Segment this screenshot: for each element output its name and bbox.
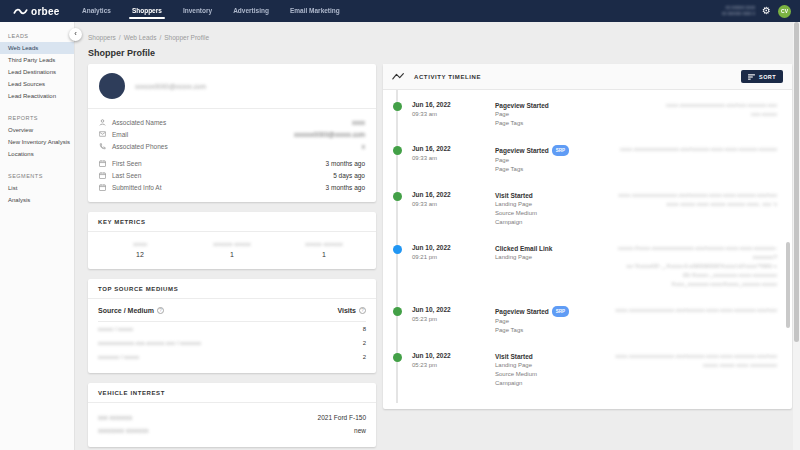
sidebar-item-web-leads[interactable]: Web Leads xyxy=(0,42,74,54)
source-medium-row: xxxxx / xxxxx 8 xyxy=(98,322,366,336)
nav-tab-email-marketing[interactable]: Email Marketing xyxy=(290,0,340,22)
sidebar-item-analysis[interactable]: Analysis xyxy=(0,194,74,206)
event-field: Source Medium xyxy=(495,209,607,218)
event-time: 09:33 am xyxy=(412,201,495,207)
nav-tab-shoppers[interactable]: Shoppers xyxy=(132,0,162,22)
event-detail-text: xxxx.xxxxxxxxxxxxxxx.xxx/xxxxxx-xxxx-xxx… xyxy=(607,306,792,335)
event-field: Campaign xyxy=(495,218,607,227)
event-detail-text: xxxx.xxxxxxxxxxxxxxx.xxx/xxx-xxxxxx-xxx … xyxy=(607,101,792,128)
source-medium-value: xxxxxxx / xxxxx xyxy=(98,354,139,360)
sidebar-item-list[interactable]: List xyxy=(0,182,74,194)
column-header-visits: Visits xyxy=(337,307,356,314)
page-scrollbar[interactable] xyxy=(793,22,800,450)
event-field: Landing Page xyxy=(495,361,607,370)
calendar-icon xyxy=(99,172,107,179)
sidebar-item-lead-sources[interactable]: Lead Sources xyxy=(0,78,74,90)
timeline-list: Jun 16, 2022 09:33 am Pageview Started P… xyxy=(383,90,792,409)
event-field: Source Medium xyxy=(495,370,607,379)
timeline-entry: Jun 10, 2022 09:21 pm Clicked Email Link… xyxy=(383,244,792,289)
event-field: Page Tags xyxy=(495,165,607,174)
row-label: Last Seen xyxy=(112,172,141,179)
sidebar-item-third-party-leads[interactable]: Third Party Leads xyxy=(0,54,74,66)
profile-column: xxxxxx0000@xxxxx.com Associated Names xx… xyxy=(88,64,376,450)
event-dot-blue xyxy=(393,245,402,254)
sort-button[interactable]: SORT xyxy=(741,70,783,83)
source-medium-value: xxxxx / xxxxx xyxy=(98,326,133,332)
srp-badge: SRP xyxy=(552,145,569,156)
event-detail-text: xxxxx://xxxx.xxxxxxxxxxxxxx.xxx/xxxxxx-x… xyxy=(607,244,792,289)
top-vehicle-value: 2021 Ford F-150 xyxy=(318,414,366,421)
visits-value: 8 xyxy=(363,326,366,332)
shopper-email: xxxxxx0000@xxxxx.com xyxy=(135,83,206,90)
metric-item: xxxxx 12 xyxy=(94,241,186,258)
event-dot-green xyxy=(393,102,402,111)
sidebar-section-reports: REPORTS xyxy=(0,111,74,124)
shopper-profile-card: xxxxxx0000@xxxxx.com Associated Names xx… xyxy=(88,64,376,202)
column-header-source-medium: Source / Medium xyxy=(98,307,154,314)
row-first-seen: First Seen 3 months ago xyxy=(99,157,365,169)
event-detail-text: xxxx.xxxxxxxxxxxxxxx.xxx/xxxxxx-xxxx-xxx… xyxy=(607,352,792,388)
row-value: xxxx xyxy=(352,119,365,126)
row-submitted-info-at: Submitted Info At 3 months ago xyxy=(99,181,365,193)
source-medium-row: xxxxxxxxxxxx.xxx.xxxxxx.xxx / xxxxxxx 2 xyxy=(98,336,366,350)
nav-tab-advertising[interactable]: Advertising xyxy=(233,0,269,22)
page-scrollbar-thumb[interactable] xyxy=(794,22,799,342)
row-value: 3 months ago xyxy=(326,184,365,191)
breadcrumb-web-leads[interactable]: Web Leads xyxy=(124,34,157,41)
event-detail-text: xxxx.xxxxxxxxxxxxxxx.xxx/xxxxxx-xxxx-xxx… xyxy=(607,145,792,174)
sidebar-collapse-button[interactable]: ‹ xyxy=(69,28,82,41)
event-dot-green xyxy=(393,353,402,362)
event-field: Landing Page xyxy=(495,200,607,209)
activity-timeline-panel: ACTIVITY TIMELINE SORT Jun 16, 2022 09:3… xyxy=(383,64,792,409)
sidebar-item-overview[interactable]: Overview xyxy=(0,124,74,136)
metric-value: 1 xyxy=(186,251,278,258)
timeline-entry: Jun 10, 2022 05:23 pm Pageview StartedSR… xyxy=(383,306,792,335)
wave-logo-icon xyxy=(13,7,28,16)
breadcrumb: Shoppers/Web Leads/Shopper Profile xyxy=(88,34,209,41)
sidebar-section-leads: LEADS xyxy=(0,29,74,42)
vehicle-interest-label: xxxxxxxx xxxxxxx xyxy=(98,427,149,434)
phone-icon xyxy=(99,143,107,150)
help-icon[interactable]: ? xyxy=(157,307,164,314)
event-field: Page Tags xyxy=(495,326,607,335)
user-avatar[interactable]: CV xyxy=(778,5,791,18)
timeline-entry: Jun 16, 2022 09:33 am Visit Started Land… xyxy=(383,191,792,227)
sort-button-label: SORT xyxy=(759,74,776,80)
event-dot-green xyxy=(393,307,402,316)
timeline-entry: Jun 10, 2022 05:23 pm Visit Started Land… xyxy=(383,352,792,388)
main-nav: Analytics Shoppers Inventory Advertising… xyxy=(82,0,340,22)
sidebar-item-locations[interactable]: Locations xyxy=(0,148,74,160)
calendar-icon xyxy=(99,160,107,167)
person-icon xyxy=(99,119,107,126)
orbee-logo[interactable]: orbee xyxy=(0,6,72,17)
row-associated-names: Associated Names xxxx xyxy=(99,116,365,128)
event-dot-green xyxy=(393,192,402,201)
row-last-seen: Last Seen 5 days ago xyxy=(99,169,365,181)
sidebar-item-lead-reactivation[interactable]: Lead Reactivation xyxy=(0,90,74,102)
event-title: Clicked Email Link xyxy=(495,244,607,253)
row-email: Email xxxxxx0000@xxxxx.com xyxy=(99,128,365,140)
event-title: Pageview Started xyxy=(495,101,607,110)
help-icon[interactable]: ? xyxy=(359,307,366,314)
source-medium-value: xxxxxxxxxxxx.xxx.xxxxxx.xxx / xxxxxxx xyxy=(98,340,201,346)
sidebar-item-lead-destinations[interactable]: Lead Destinations xyxy=(0,66,74,78)
calendar-icon xyxy=(99,184,107,191)
metric-label: xxxxxxx xxxxxx xyxy=(186,241,278,247)
event-date: Jun 10, 2022 xyxy=(412,244,495,251)
timeline-scrollbar-thumb[interactable] xyxy=(786,242,790,328)
shopper-avatar xyxy=(99,73,125,99)
nav-tab-analytics[interactable]: Analytics xyxy=(82,0,111,22)
top-source-mediums-card: TOP SOURCE MEDIUMS Source / Medium ? Vis… xyxy=(88,279,376,373)
nav-tab-inventory[interactable]: Inventory xyxy=(183,0,212,22)
key-metrics-card: KEY METRICS xxxxx 12 xxxxxxx xxxxxx 1 xx… xyxy=(88,212,376,269)
activity-timeline-title: ACTIVITY TIMELINE xyxy=(414,74,481,80)
event-date: Jun 16, 2022 xyxy=(412,191,495,198)
breadcrumb-shoppers[interactable]: Shoppers xyxy=(88,34,116,41)
vehicle-interest-title: VEHICLE INTEREST xyxy=(88,383,376,403)
app-header: orbee Analytics Shoppers Inventory Adver… xyxy=(0,0,800,22)
event-time: 05:23 pm xyxy=(412,316,495,322)
page-title: Shopper Profile xyxy=(88,48,155,58)
sidebar-item-new-inventory-analysis[interactable]: New Inventory Analysis xyxy=(0,136,74,148)
logo-text: orbee xyxy=(31,6,60,17)
settings-gear-icon[interactable]: ⚙ xyxy=(762,6,771,16)
